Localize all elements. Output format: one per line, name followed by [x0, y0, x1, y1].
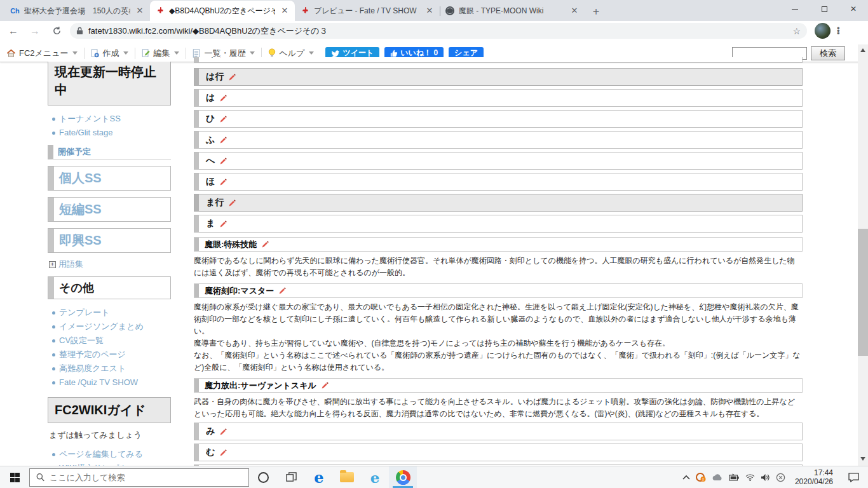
task-view-button[interactable]: [277, 466, 305, 488]
chevron-down-icon: [123, 51, 128, 55]
tab-1[interactable]: Ch 聖杯大会予選会場 150人の英雄 ✕: [5, 1, 150, 21]
start-button[interactable]: [0, 466, 29, 488]
internet-explorer-icon: e: [370, 469, 380, 486]
refresh-button[interactable]: [48, 23, 65, 39]
cortana-button[interactable]: [249, 466, 277, 488]
entry-heading-magan: 魔眼:特殊技能: [194, 237, 803, 252]
tab-close-icon[interactable]: ✕: [280, 6, 290, 16]
edit-pencil-icon[interactable]: [278, 287, 287, 295]
edit-pencil-icon[interactable]: [219, 94, 227, 102]
browser-toolbar: ← → fatetv1830.wiki.fc2.com/wiki/◆B8D4AQ…: [0, 21, 868, 41]
tab-title: プレビュー - Fate / TV SHOW まとめ: [314, 6, 420, 17]
sidebar-link-fate-glit-stage[interactable]: Fate/Glit stage: [59, 128, 113, 137]
kana-row-hi: ひ: [194, 110, 803, 128]
url-text[interactable]: fatetv1830.wiki.fc2.com/wiki/◆B8D4AQBhU2…: [88, 25, 792, 37]
taskbar-search-input[interactable]: [50, 473, 242, 482]
scroll-up-arrow-icon[interactable]: [860, 48, 865, 52]
edit-pencil-icon[interactable]: [261, 240, 269, 248]
back-button[interactable]: ←: [5, 23, 22, 39]
sidebar-link-glossary[interactable]: 用語集: [58, 259, 83, 270]
new-page-icon: [91, 49, 99, 58]
kana-label: ま: [206, 218, 215, 229]
edit-page-icon: [142, 49, 150, 58]
expand-plus-icon[interactable]: +: [49, 261, 56, 268]
sidebar-link-cv-settings[interactable]: CV設定一覧: [59, 336, 104, 345]
sidebar-link-quiz-tv-show[interactable]: Fate /Quiz TV SHOW: [59, 377, 138, 387]
search-icon: [36, 473, 44, 482]
sidebar-link-image-song[interactable]: イメージソングまとめ: [59, 322, 144, 331]
edit-pencil-icon[interactable]: [321, 381, 329, 390]
sidebar-link-try-editing[interactable]: ページを編集してみる: [59, 449, 143, 459]
sidebar-link-hard-quest[interactable]: 高難易度クエスト: [59, 363, 126, 373]
sidebar-link-template[interactable]: テンプレート: [59, 308, 110, 317]
wiki-search-button[interactable]: 検索: [811, 46, 845, 60]
edit-pencil-icon[interactable]: [219, 57, 227, 58]
edit-pencil-icon[interactable]: [228, 73, 236, 81]
tab-1-favicon-icon: Ch: [10, 6, 20, 16]
left-bar: [194, 173, 199, 190]
entry-heading-maryoku-hoshutsu: 魔力放出:サーヴァントスキル: [194, 378, 803, 393]
disconnect-status-icon[interactable]: [776, 473, 785, 482]
security-alert-icon[interactable]: !: [696, 472, 706, 482]
sidebar-link-tournament-ss[interactable]: トーナメントSS: [59, 114, 121, 123]
kana-label: ひ: [206, 113, 215, 125]
maximize-button[interactable]: [810, 0, 839, 18]
minimize-button[interactable]: [780, 0, 810, 18]
page-scrollbar[interactable]: [858, 44, 868, 466]
chrome-menu-icon[interactable]: •••: [837, 27, 840, 35]
edit-pencil-icon[interactable]: [219, 178, 227, 186]
scroll-down-arrow-icon[interactable]: [860, 457, 865, 461]
tray-expand-chevron-icon[interactable]: [682, 475, 690, 480]
bookmark-star-icon[interactable]: ☆: [792, 26, 801, 36]
action-center-button[interactable]: [843, 473, 864, 482]
sidebar-link-list: テンプレート イメージソングまとめ CV設定一覧 整理予定のページ 高難易度クエ…: [50, 306, 171, 390]
sidebar-box-personal-ss[interactable]: 個人SS: [48, 166, 171, 191]
profile-avatar[interactable]: [815, 23, 831, 39]
internet-explorer-button[interactable]: e: [361, 466, 389, 488]
edit-pencil-icon[interactable]: [219, 157, 227, 165]
thumbs-up-icon: [390, 50, 398, 57]
fc2-create-dropdown[interactable]: 作成: [85, 48, 135, 59]
close-button[interactable]: ✕: [839, 0, 868, 18]
sidebar-box-improv-ss[interactable]: 即興SS: [48, 228, 171, 253]
onedrive-cloud-icon[interactable]: [712, 473, 723, 481]
sidebar-box-other[interactable]: その他: [48, 276, 171, 299]
scrollbar-thumb[interactable]: [858, 229, 868, 356]
edit-pencil-icon[interactable]: [219, 115, 227, 123]
kana-label: の: [206, 57, 215, 60]
battery-icon[interactable]: [729, 473, 740, 481]
left-bar: [194, 69, 199, 85]
fc2-edit-dropdown[interactable]: 編集: [135, 48, 186, 59]
taskbar-search[interactable]: [29, 468, 249, 487]
edit-pencil-icon[interactable]: [219, 449, 227, 457]
file-explorer-icon: [340, 472, 354, 482]
system-tray: ! 17:44 2020/04/26: [682, 468, 868, 486]
edit-pencil-icon[interactable]: [219, 220, 227, 228]
address-bar[interactable]: fatetv1830.wiki.fc2.com/wiki/◆B8D4AQBhU2…: [70, 23, 807, 39]
tab-4[interactable]: 魔眼 - TYPE-MOON Wiki ✕: [440, 1, 585, 21]
sidebar-box-short-ss[interactable]: 短編SS: [48, 197, 171, 222]
tab-close-icon[interactable]: ✕: [569, 6, 580, 16]
edit-pencil-icon[interactable]: [219, 428, 227, 436]
tab-2-active[interactable]: ◆B8D4AQBhU2の空きページその３ ✕: [150, 1, 295, 21]
new-tab-button[interactable]: ＋: [587, 2, 605, 20]
wifi-icon[interactable]: [745, 473, 755, 481]
entry-body-majutsu-kokuin: 魔術師の家系が受け継ぐ最大の家宝であり、最大の呪いでもある一子相伝の固定化された…: [194, 301, 803, 337]
edit-pencil-icon[interactable]: [219, 136, 227, 144]
file-explorer-button[interactable]: [333, 466, 361, 488]
edge-icon: e: [314, 468, 323, 487]
fc2-menu-dropdown[interactable]: FC2メニュー: [0, 48, 84, 59]
tab-4-favicon-icon: [445, 6, 454, 16]
chrome-button[interactable]: [389, 466, 417, 488]
edit-pencil-icon[interactable]: [228, 199, 236, 207]
sidebar-link-pages-to-organize[interactable]: 整理予定のページ: [59, 349, 126, 359]
tab-close-icon[interactable]: ✕: [424, 6, 435, 16]
list-item: Fate /Quiz TV SHOW: [50, 376, 171, 390]
tab-close-icon[interactable]: ✕: [135, 6, 145, 16]
tab-title: 魔眼 - TYPE-MOON Wiki: [459, 6, 565, 17]
forward-button[interactable]: →: [27, 23, 43, 39]
taskbar-clock[interactable]: 17:44 2020/04/26: [791, 468, 837, 486]
speaker-icon[interactable]: [761, 473, 770, 482]
edge-button[interactable]: e: [305, 466, 333, 488]
tab-3[interactable]: プレビュー - Fate / TV SHOW まとめ ✕: [295, 1, 440, 21]
